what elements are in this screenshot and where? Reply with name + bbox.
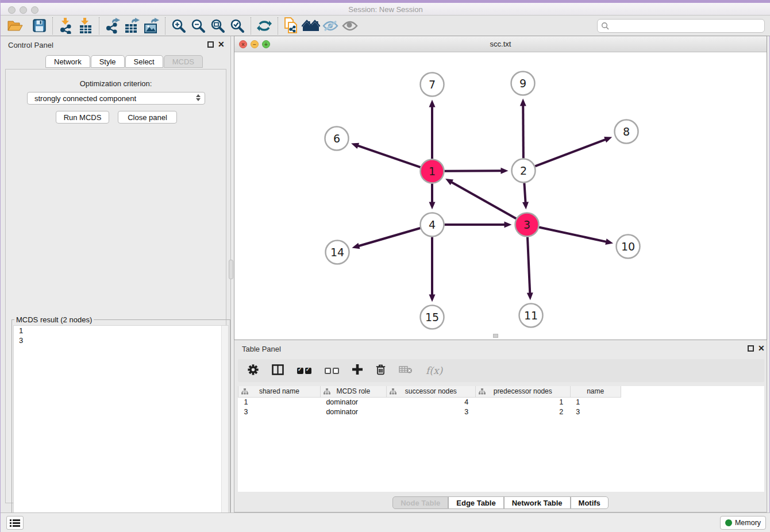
tab-motifs[interactable]: Motifs — [571, 496, 609, 509]
show-all-button[interactable] — [340, 17, 360, 34]
import-network-button[interactable] — [56, 17, 76, 34]
column-header[interactable]: predecessor nodes — [475, 386, 570, 397]
import-table-icon — [79, 18, 93, 34]
graph-edge-arrowhead — [429, 202, 436, 210]
deselect-all-button[interactable] — [325, 368, 339, 374]
hide-selected-button[interactable] — [321, 17, 340, 34]
table-row[interactable]: 1dominator411 — [238, 397, 765, 407]
graph-edge-3-11[interactable] — [528, 237, 530, 294]
graph-node-label: 3 — [523, 218, 530, 231]
first-neighbors-button[interactable] — [301, 17, 321, 34]
graph-edge-arrowhead — [352, 243, 360, 249]
graph-edge-2-9[interactable] — [523, 105, 523, 158]
open-file-button[interactable] — [5, 17, 25, 34]
tab-edge-table[interactable]: Edge Table — [448, 496, 503, 509]
graph-node-label: 7 — [429, 78, 436, 91]
export-image-button[interactable] — [142, 17, 161, 34]
export-network-icon — [105, 18, 120, 34]
table-cell-filler — [621, 407, 764, 417]
search-input[interactable] — [609, 22, 764, 30]
table-cell[interactable]: 4 — [386, 397, 475, 407]
refresh-view-button[interactable] — [255, 17, 274, 34]
tab-mcds[interactable]: MCDS — [164, 55, 203, 68]
zoom-out-icon — [191, 18, 206, 33]
memory-button[interactable]: Memory — [720, 516, 766, 530]
table-cell[interactable]: 3 — [570, 407, 621, 417]
application-window: Session: New Session — [0, 0, 770, 532]
table-cell[interactable]: dominator — [320, 407, 386, 417]
main-toolbar — [1, 16, 770, 36]
network-hscroll-thumb[interactable] — [493, 334, 498, 338]
export-network-button[interactable] — [103, 17, 122, 34]
column-tree-icon — [479, 388, 486, 395]
table-row[interactable]: 3dominator323 — [238, 407, 765, 417]
graph-edge-2-3[interactable] — [524, 183, 525, 203]
table-cell[interactable]: 3 — [386, 407, 475, 417]
close-panel-icon[interactable]: ✕ — [218, 40, 225, 48]
graph-edge-arrowhead — [351, 143, 359, 149]
graph-edge-3-1[interactable] — [451, 182, 517, 218]
graph-edge-arrowhead — [500, 168, 508, 174]
show-columns-button[interactable] — [272, 364, 284, 377]
mcds-result-box: MCDS result (2 nodes) 13 — [11, 315, 230, 532]
delete-column-button[interactable] — [376, 364, 386, 377]
select-all-button[interactable] — [297, 368, 311, 374]
result-line: 1 — [14, 326, 228, 336]
tab-network[interactable]: Network — [45, 55, 90, 68]
search-field[interactable] — [597, 19, 765, 33]
graph-edge-2-8[interactable] — [535, 139, 606, 166]
duplicate-network-button[interactable] — [282, 17, 301, 34]
zoom-fit-button[interactable] — [208, 17, 228, 34]
table-cell[interactable]: 2 — [475, 407, 570, 417]
export-table-button[interactable] — [122, 17, 142, 34]
network-graph[interactable]: 7968124314101511 — [234, 52, 768, 341]
dropdown-stepper-icon — [196, 94, 201, 101]
graph-edge-1-2[interactable] — [444, 171, 502, 171]
run-mcds-button[interactable]: Run MCDS — [56, 111, 109, 124]
column-header[interactable]: MCDS role — [320, 386, 386, 397]
tab-select[interactable]: Select — [125, 55, 163, 68]
graph-edge-4-14[interactable] — [358, 228, 420, 246]
criterion-dropdown[interactable]: strongly connected component — [27, 92, 205, 105]
graph-edge-3-10[interactable] — [539, 228, 607, 242]
table-float-icon[interactable] — [748, 345, 754, 352]
unchecked-box-icon — [325, 368, 331, 374]
save-session-button[interactable] — [29, 17, 49, 34]
column-header[interactable]: shared name — [238, 386, 321, 397]
graph-edge-1-6[interactable] — [357, 145, 420, 167]
memory-status-icon — [725, 519, 732, 526]
table-cell[interactable]: 1 — [570, 397, 621, 407]
table-cell[interactable]: 1 — [238, 397, 321, 407]
delete-table-icon — [399, 365, 413, 374]
add-column-button[interactable] — [352, 364, 363, 377]
mcds-panel: Optimization criterion: strongly connect… — [5, 69, 226, 503]
task-history-button[interactable] — [6, 516, 24, 530]
window-title: Session: New Session — [1, 5, 770, 14]
column-header[interactable]: name — [570, 386, 621, 397]
graph-edge-arrowhead — [429, 100, 436, 107]
zoom-out-button[interactable] — [188, 17, 208, 34]
graph-edge-arrowhead — [604, 137, 612, 142]
table-cell[interactable]: dominator — [320, 397, 386, 407]
close-panel-button[interactable]: Close panel — [118, 111, 177, 124]
result-scrollbar[interactable] — [221, 326, 228, 532]
table-tabs: Node Table Edge Table Network Table Moti… — [234, 496, 767, 509]
graph-node-label: 8 — [623, 125, 630, 138]
table-close-icon[interactable]: ✕ — [758, 344, 765, 352]
table-cell[interactable]: 1 — [475, 397, 570, 407]
import-table-button[interactable] — [76, 17, 95, 34]
table-settings-button[interactable] — [248, 364, 259, 377]
tab-network-table[interactable]: Network Table — [504, 496, 571, 509]
eye-slash-icon — [322, 20, 338, 32]
table-cell[interactable]: 3 — [238, 407, 321, 417]
float-panel-icon[interactable] — [207, 41, 214, 48]
column-header[interactable]: successor nodes — [386, 386, 475, 397]
tab-node-table[interactable]: Node Table — [392, 496, 448, 509]
delete-table-button[interactable] — [399, 365, 413, 376]
panel-splitter-handle[interactable] — [229, 260, 233, 279]
zoom-in-button[interactable] — [169, 17, 188, 34]
tab-style[interactable]: Style — [91, 55, 125, 68]
zoom-selected-button[interactable] — [228, 17, 247, 34]
mcds-result-list[interactable]: 13 — [13, 325, 229, 532]
function-builder-button[interactable]: f(x) — [426, 365, 442, 376]
